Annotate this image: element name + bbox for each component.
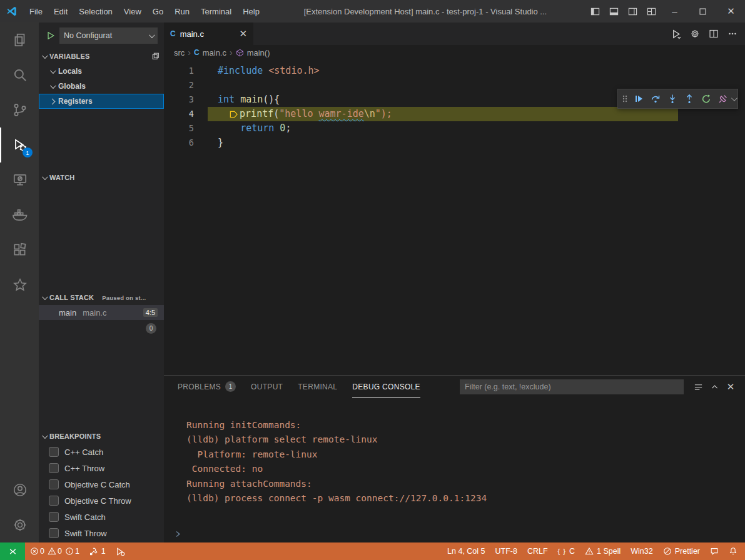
close-window-button[interactable]: ✕ bbox=[717, 0, 745, 22]
run-file-icon[interactable] bbox=[667, 25, 685, 42]
code-editor[interactable]: 1 #include <stdio.h> 2 3 int main(){ bbox=[164, 60, 745, 375]
debug-console-input[interactable] bbox=[164, 525, 745, 542]
minimize-button[interactable]: – bbox=[661, 0, 689, 22]
line-number[interactable]: 5 bbox=[164, 121, 208, 136]
explorer-icon[interactable] bbox=[0, 22, 39, 58]
maximize-panel-icon[interactable] bbox=[706, 379, 722, 395]
debug-config-dropdown[interactable]: No Configurat bbox=[59, 28, 158, 44]
close-panel-icon[interactable]: ✕ bbox=[722, 379, 739, 395]
search-icon[interactable] bbox=[0, 58, 39, 92]
checkbox[interactable] bbox=[49, 528, 59, 538]
source-control-icon[interactable] bbox=[0, 92, 39, 128]
breakpoint-swift-throw[interactable]: Swift Throw bbox=[39, 525, 164, 541]
tab-label: main.c bbox=[180, 29, 204, 39]
menu-view[interactable]: View bbox=[118, 0, 147, 22]
split-editor-icon[interactable] bbox=[705, 25, 722, 42]
breadcrumb-file[interactable]: main.c bbox=[203, 48, 226, 58]
breakpoint-cpp-catch[interactable]: C++ Catch bbox=[39, 444, 164, 460]
line-number[interactable]: 3 bbox=[164, 92, 208, 107]
breadcrumb-symbol[interactable]: main() bbox=[247, 48, 270, 58]
breakpoint-swift-catch[interactable]: Swift Catch bbox=[39, 509, 164, 525]
menu-terminal[interactable]: Terminal bbox=[195, 0, 237, 22]
problems-status[interactable]: 0 0 1 bbox=[25, 542, 84, 560]
checkbox[interactable] bbox=[49, 512, 59, 522]
settings-gear-icon[interactable] bbox=[0, 508, 39, 542]
tab-output[interactable]: OUTPUT bbox=[251, 376, 283, 398]
variables-scope-locals[interactable]: Locals bbox=[39, 64, 164, 79]
customize-layout-icon[interactable] bbox=[642, 0, 661, 22]
spell-checker-status[interactable]: 1 Spell bbox=[580, 542, 626, 560]
run-debug-icon[interactable]: 1 bbox=[0, 128, 39, 162]
variables-scope-registers[interactable]: Registers bbox=[39, 94, 164, 109]
docker-icon[interactable] bbox=[0, 198, 39, 232]
c-file-icon: C bbox=[170, 29, 176, 38]
console-filter[interactable] bbox=[460, 379, 684, 394]
console-filter-input[interactable] bbox=[465, 382, 679, 391]
tab-debug-console[interactable]: DEBUG CONSOLE bbox=[352, 376, 420, 398]
menu-selection[interactable]: Selection bbox=[73, 0, 118, 22]
tab-main-c[interactable]: C main.c ✕ bbox=[164, 22, 253, 45]
console-options-icon[interactable] bbox=[690, 379, 706, 395]
restart-icon[interactable] bbox=[697, 90, 714, 108]
chevron-down-icon[interactable] bbox=[731, 95, 737, 101]
checkbox[interactable] bbox=[49, 463, 59, 473]
breakpoint-objc-throw[interactable]: Objective C Throw bbox=[39, 492, 164, 509]
line-number[interactable]: 6 bbox=[164, 136, 208, 150]
stack-frame-row[interactable]: main main.c 4:5 bbox=[39, 305, 164, 320]
toggle-secondary-sidebar-icon[interactable] bbox=[623, 0, 642, 22]
debug-console-output[interactable]: Running initCommands: (lldb) platform se… bbox=[164, 398, 745, 525]
remote-indicator[interactable] bbox=[0, 542, 25, 560]
editor-settings-gear-icon[interactable] bbox=[686, 25, 704, 42]
star-icon[interactable] bbox=[0, 268, 39, 302]
line-number[interactable]: 2 bbox=[164, 78, 208, 92]
debug-session-status[interactable] bbox=[111, 542, 130, 560]
continue-icon[interactable] bbox=[630, 90, 647, 108]
close-tab-icon[interactable]: ✕ bbox=[239, 28, 247, 39]
breadcrumb[interactable]: src › C main.c › main() bbox=[164, 45, 745, 60]
variables-section: VARIABLES Locals Globals Registers bbox=[39, 49, 164, 170]
maximize-button[interactable] bbox=[689, 0, 717, 22]
variables-scope-globals[interactable]: Globals bbox=[39, 79, 164, 94]
checkbox[interactable] bbox=[49, 496, 59, 506]
cursor-position[interactable]: Ln 4, Col 5 bbox=[442, 542, 490, 560]
line-number[interactable]: 4 bbox=[164, 107, 208, 121]
toolbar-grip-icon[interactable] bbox=[620, 90, 630, 108]
step-out-icon[interactable] bbox=[681, 90, 697, 108]
menu-file[interactable]: File bbox=[24, 0, 48, 22]
platform-target[interactable]: Win32 bbox=[626, 542, 657, 560]
formatter-status[interactable]: Prettier bbox=[658, 542, 705, 560]
breadcrumb-folder[interactable]: src bbox=[174, 48, 185, 58]
start-debug-icon[interactable] bbox=[46, 31, 55, 40]
toggle-panel-icon[interactable] bbox=[604, 0, 623, 22]
notifications-bell-icon[interactable] bbox=[724, 542, 745, 560]
eol-sequence[interactable]: CRLF bbox=[522, 542, 553, 560]
watch-header[interactable]: WATCH bbox=[39, 170, 164, 185]
more-actions-icon[interactable] bbox=[724, 25, 741, 42]
breakpoint-objc-catch[interactable]: Objective C Catch bbox=[39, 476, 164, 492]
step-over-icon[interactable] bbox=[647, 90, 664, 108]
toggle-sidebar-icon[interactable] bbox=[585, 0, 604, 22]
copy-variables-icon[interactable] bbox=[151, 52, 160, 61]
toolchain-status[interactable]: 1 bbox=[84, 542, 111, 560]
accounts-icon[interactable] bbox=[0, 472, 39, 508]
feedback-icon[interactable] bbox=[705, 542, 724, 560]
breakpoints-header[interactable]: BREAKPOINTS bbox=[39, 429, 164, 444]
tab-terminal[interactable]: TERMINAL bbox=[298, 376, 337, 398]
menu-run[interactable]: Run bbox=[169, 0, 195, 22]
extensions-icon[interactable] bbox=[0, 232, 39, 268]
breakpoint-cpp-throw[interactable]: C++ Throw bbox=[39, 460, 164, 476]
step-into-icon[interactable] bbox=[664, 90, 681, 108]
variables-header[interactable]: VARIABLES bbox=[39, 49, 164, 64]
menu-help[interactable]: Help bbox=[237, 0, 265, 22]
language-mode[interactable]: { } C bbox=[553, 542, 580, 560]
menu-edit[interactable]: Edit bbox=[48, 0, 73, 22]
callstack-header[interactable]: CALL STACK Paused on st... bbox=[39, 290, 164, 305]
checkbox[interactable] bbox=[49, 479, 59, 489]
menu-go[interactable]: Go bbox=[147, 0, 169, 22]
disconnect-icon[interactable] bbox=[714, 90, 731, 108]
remote-explorer-icon[interactable] bbox=[0, 162, 39, 198]
encoding[interactable]: UTF-8 bbox=[490, 542, 522, 560]
line-number[interactable]: 1 bbox=[164, 64, 208, 78]
checkbox[interactable] bbox=[49, 447, 59, 457]
tab-problems[interactable]: PROBLEMS 1 bbox=[178, 376, 236, 398]
